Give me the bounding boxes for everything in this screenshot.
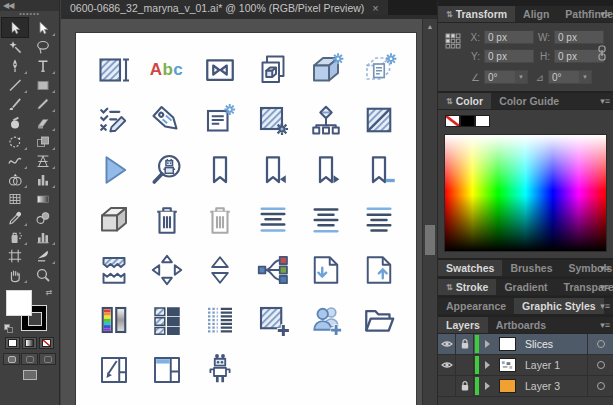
- color-button[interactable]: [5, 337, 20, 349]
- tool-pencil[interactable]: [30, 94, 56, 113]
- none-swatch[interactable]: [445, 115, 460, 127]
- tab-layers[interactable]: Layers: [438, 317, 488, 333]
- tool-shape-builder[interactable]: [2, 170, 28, 189]
- align-center-selected-icon[interactable]: [246, 195, 299, 245]
- x-field[interactable]: [484, 30, 534, 44]
- lock-toggle[interactable]: [456, 376, 474, 396]
- scrollbar-thumb[interactable]: [425, 225, 435, 255]
- layer-name[interactable]: Slices: [519, 334, 587, 354]
- draw-normal-button[interactable]: [3, 353, 20, 365]
- move-icon[interactable]: [140, 245, 193, 295]
- tool-lasso[interactable]: [30, 37, 56, 56]
- target-circle-icon[interactable]: [587, 355, 613, 375]
- tab-color[interactable]: ⇅Color: [438, 93, 491, 109]
- tool-width[interactable]: [2, 151, 28, 170]
- tag-edit-icon[interactable]: [140, 95, 193, 145]
- tool-direct-selection[interactable]: [30, 18, 56, 37]
- split-channels-icon[interactable]: [246, 245, 299, 295]
- tool-rectangle[interactable]: [30, 75, 56, 94]
- bowtie-frame-icon[interactable]: [193, 45, 246, 95]
- panel-menu-icon[interactable]: ▾≡: [600, 279, 610, 295]
- duplicate-pages-icon[interactable]: [246, 45, 299, 95]
- fill-stroke-indicator[interactable]: ⇄: [4, 288, 56, 334]
- layer-row-layer-3[interactable]: Layer 3: [438, 376, 613, 397]
- layer-row-slices[interactable]: Slices: [438, 334, 613, 355]
- tab-stroke[interactable]: ⇅Stroke: [438, 279, 496, 295]
- tool-gradient[interactable]: [30, 189, 56, 208]
- tab-transform[interactable]: ⇅Transform: [438, 6, 515, 22]
- visibility-toggle[interactable]: [438, 334, 456, 354]
- black-swatch[interactable]: [460, 115, 475, 127]
- visibility-toggle[interactable]: [438, 376, 456, 396]
- search-robot-icon[interactable]: [140, 145, 193, 195]
- tool-line-segment[interactable]: [2, 75, 28, 94]
- panel-menu-icon[interactable]: ▾≡: [600, 317, 610, 333]
- cube-document-settings-icon[interactable]: [352, 45, 405, 95]
- none-button[interactable]: [39, 337, 54, 349]
- reference-point-icon[interactable]: [445, 33, 461, 49]
- expand-layer-button[interactable]: [480, 376, 495, 396]
- fill-swatch[interactable]: [6, 290, 32, 316]
- lock-toggle[interactable]: [456, 334, 474, 354]
- color-spectrum[interactable]: [444, 134, 607, 252]
- layer-thumbnail[interactable]: [495, 334, 519, 354]
- bookmark-previous-icon[interactable]: [246, 145, 299, 195]
- swap-fill-stroke-icon[interactable]: ⇄: [46, 288, 53, 297]
- panel-menu-icon[interactable]: ▾≡: [600, 298, 610, 314]
- trash-disabled-icon[interactable]: [193, 195, 246, 245]
- lock-toggle[interactable]: [456, 355, 474, 375]
- tab-swatches[interactable]: Swatches: [438, 260, 502, 276]
- tool-rotate[interactable]: [2, 132, 28, 151]
- text-abc-icon[interactable]: Abc: [140, 45, 193, 95]
- robot-icon[interactable]: [193, 345, 246, 395]
- layout-panels-icon[interactable]: [140, 345, 193, 395]
- scale-window-icon[interactable]: [87, 345, 140, 395]
- collapse-panel-icon[interactable]: ⇅: [446, 283, 453, 292]
- tile-grid-icon[interactable]: [140, 295, 193, 345]
- expand-layer-button[interactable]: [480, 334, 495, 354]
- bookmark-icon[interactable]: [193, 145, 246, 195]
- users-add-icon[interactable]: [299, 295, 352, 345]
- tab-graphic-styles[interactable]: Graphic Styles: [514, 298, 604, 314]
- target-circle-icon[interactable]: [587, 334, 613, 354]
- draw-inside-button[interactable]: [39, 353, 56, 365]
- tab-color-guide[interactable]: Color Guide: [491, 93, 567, 109]
- white-swatch[interactable]: [475, 115, 490, 127]
- tool-eraser[interactable]: [30, 113, 56, 132]
- toolbar-grip[interactable]: ••••••: [0, 11, 59, 18]
- layer-thumbnail[interactable]: [495, 376, 519, 396]
- bookmark-remove-icon[interactable]: [352, 145, 405, 195]
- collapse-vertical-icon[interactable]: [193, 245, 246, 295]
- folder-open-icon[interactable]: [352, 295, 405, 345]
- tab-brushes[interactable]: Brushes: [502, 260, 560, 276]
- draw-behind-button[interactable]: [21, 353, 38, 365]
- cube-3d-icon[interactable]: [87, 195, 140, 245]
- collapse-panel-icon[interactable]: ⇅: [446, 97, 453, 106]
- dropdown-icon[interactable]: ▼: [579, 71, 591, 83]
- collapse-panel-icon[interactable]: ⇅: [446, 10, 453, 19]
- document-tab[interactable]: 0600-0686_32_maryna_v_01.ai* @ 100% (RGB…: [61, 0, 388, 15]
- tool-slice[interactable]: [30, 246, 56, 265]
- target-circle-icon[interactable]: [587, 376, 613, 396]
- tool-pen[interactable]: [2, 56, 28, 75]
- swatch-add-icon[interactable]: [246, 295, 299, 345]
- tool-artboard[interactable]: [2, 246, 28, 265]
- artboard-measure-icon[interactable]: [87, 45, 140, 95]
- tool-column-graph[interactable]: [30, 170, 56, 189]
- align-center-topline-icon[interactable]: [352, 195, 405, 245]
- screen-mode-button[interactable]: [0, 370, 59, 380]
- tool-type[interactable]: [30, 56, 56, 75]
- shear-combo[interactable]: 0°▼: [548, 70, 592, 84]
- page-download-icon[interactable]: [299, 245, 352, 295]
- layer-row-layer-1[interactable]: Layer 1: [438, 355, 613, 376]
- tool-symbol-sprayer[interactable]: [2, 227, 28, 246]
- task-list-edit-icon[interactable]: [87, 95, 140, 145]
- constrain-proportions-icon[interactable]: [596, 45, 608, 61]
- layer-name[interactable]: Layer 3: [519, 376, 587, 396]
- vertical-scrollbar[interactable]: ▲: [422, 19, 437, 405]
- panel-menu-icon[interactable]: ▾≡: [600, 93, 610, 109]
- tool-zoom[interactable]: [30, 265, 56, 284]
- tab-gradient[interactable]: Gradient: [496, 279, 555, 295]
- tool-hand[interactable]: [2, 265, 28, 284]
- page-upload-icon[interactable]: [352, 245, 405, 295]
